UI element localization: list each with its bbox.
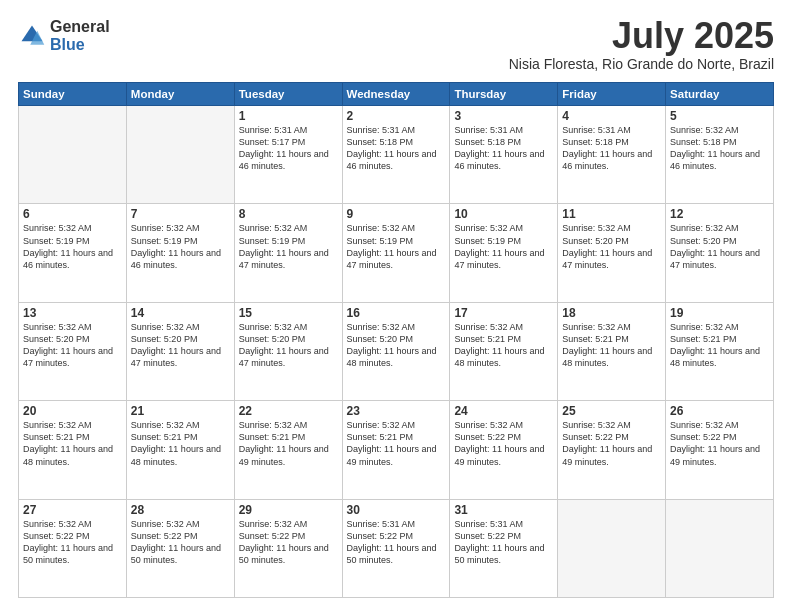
day-info: Sunrise: 5:32 AMSunset: 5:20 PMDaylight:… (347, 321, 446, 370)
day-info: Sunrise: 5:31 AMSunset: 5:22 PMDaylight:… (347, 518, 446, 567)
day-info: Sunrise: 5:32 AMSunset: 5:21 PMDaylight:… (562, 321, 661, 370)
calendar-cell: 12Sunrise: 5:32 AMSunset: 5:20 PMDayligh… (666, 204, 774, 302)
day-info: Sunrise: 5:32 AMSunset: 5:20 PMDaylight:… (562, 222, 661, 271)
calendar-body: 1Sunrise: 5:31 AMSunset: 5:17 PMDaylight… (19, 106, 774, 598)
day-number: 11 (562, 207, 661, 221)
calendar-cell: 27Sunrise: 5:32 AMSunset: 5:22 PMDayligh… (19, 499, 127, 597)
day-info: Sunrise: 5:32 AMSunset: 5:22 PMDaylight:… (562, 419, 661, 468)
day-info: Sunrise: 5:31 AMSunset: 5:18 PMDaylight:… (347, 124, 446, 173)
calendar-cell: 30Sunrise: 5:31 AMSunset: 5:22 PMDayligh… (342, 499, 450, 597)
weekday-header: Wednesday (342, 83, 450, 106)
day-info: Sunrise: 5:32 AMSunset: 5:21 PMDaylight:… (670, 321, 769, 370)
calendar-cell (126, 106, 234, 204)
calendar-week-row: 20Sunrise: 5:32 AMSunset: 5:21 PMDayligh… (19, 401, 774, 499)
day-info: Sunrise: 5:32 AMSunset: 5:18 PMDaylight:… (670, 124, 769, 173)
calendar-cell: 11Sunrise: 5:32 AMSunset: 5:20 PMDayligh… (558, 204, 666, 302)
day-number: 20 (23, 404, 122, 418)
day-number: 16 (347, 306, 446, 320)
day-number: 17 (454, 306, 553, 320)
day-info: Sunrise: 5:32 AMSunset: 5:21 PMDaylight:… (347, 419, 446, 468)
day-info: Sunrise: 5:32 AMSunset: 5:19 PMDaylight:… (131, 222, 230, 271)
day-number: 14 (131, 306, 230, 320)
day-info: Sunrise: 5:32 AMSunset: 5:22 PMDaylight:… (454, 419, 553, 468)
day-info: Sunrise: 5:32 AMSunset: 5:22 PMDaylight:… (23, 518, 122, 567)
day-number: 1 (239, 109, 338, 123)
calendar-cell: 20Sunrise: 5:32 AMSunset: 5:21 PMDayligh… (19, 401, 127, 499)
day-info: Sunrise: 5:32 AMSunset: 5:20 PMDaylight:… (131, 321, 230, 370)
day-info: Sunrise: 5:32 AMSunset: 5:22 PMDaylight:… (131, 518, 230, 567)
calendar-cell: 31Sunrise: 5:31 AMSunset: 5:22 PMDayligh… (450, 499, 558, 597)
day-number: 10 (454, 207, 553, 221)
calendar-cell: 10Sunrise: 5:32 AMSunset: 5:19 PMDayligh… (450, 204, 558, 302)
weekday-header: Monday (126, 83, 234, 106)
calendar-cell: 26Sunrise: 5:32 AMSunset: 5:22 PMDayligh… (666, 401, 774, 499)
day-info: Sunrise: 5:32 AMSunset: 5:22 PMDaylight:… (670, 419, 769, 468)
calendar-cell: 21Sunrise: 5:32 AMSunset: 5:21 PMDayligh… (126, 401, 234, 499)
weekday-header: Friday (558, 83, 666, 106)
day-number: 25 (562, 404, 661, 418)
calendar-cell: 25Sunrise: 5:32 AMSunset: 5:22 PMDayligh… (558, 401, 666, 499)
day-info: Sunrise: 5:31 AMSunset: 5:18 PMDaylight:… (562, 124, 661, 173)
calendar-cell: 9Sunrise: 5:32 AMSunset: 5:19 PMDaylight… (342, 204, 450, 302)
calendar-cell: 28Sunrise: 5:32 AMSunset: 5:22 PMDayligh… (126, 499, 234, 597)
calendar-week-row: 1Sunrise: 5:31 AMSunset: 5:17 PMDaylight… (19, 106, 774, 204)
day-number: 9 (347, 207, 446, 221)
calendar-cell (558, 499, 666, 597)
calendar-cell: 1Sunrise: 5:31 AMSunset: 5:17 PMDaylight… (234, 106, 342, 204)
day-number: 19 (670, 306, 769, 320)
day-info: Sunrise: 5:32 AMSunset: 5:22 PMDaylight:… (239, 518, 338, 567)
day-number: 24 (454, 404, 553, 418)
calendar-cell: 17Sunrise: 5:32 AMSunset: 5:21 PMDayligh… (450, 302, 558, 400)
day-number: 2 (347, 109, 446, 123)
logo-text: General Blue (50, 18, 110, 53)
day-info: Sunrise: 5:32 AMSunset: 5:21 PMDaylight:… (239, 419, 338, 468)
logo-icon (18, 22, 46, 50)
day-number: 29 (239, 503, 338, 517)
day-number: 5 (670, 109, 769, 123)
calendar-cell: 16Sunrise: 5:32 AMSunset: 5:20 PMDayligh… (342, 302, 450, 400)
logo: General Blue (18, 18, 110, 53)
day-info: Sunrise: 5:31 AMSunset: 5:17 PMDaylight:… (239, 124, 338, 173)
calendar-cell: 22Sunrise: 5:32 AMSunset: 5:21 PMDayligh… (234, 401, 342, 499)
day-info: Sunrise: 5:32 AMSunset: 5:20 PMDaylight:… (670, 222, 769, 271)
calendar-cell: 6Sunrise: 5:32 AMSunset: 5:19 PMDaylight… (19, 204, 127, 302)
calendar-week-row: 6Sunrise: 5:32 AMSunset: 5:19 PMDaylight… (19, 204, 774, 302)
day-number: 23 (347, 404, 446, 418)
day-info: Sunrise: 5:32 AMSunset: 5:20 PMDaylight:… (23, 321, 122, 370)
weekday-header: Thursday (450, 83, 558, 106)
day-info: Sunrise: 5:32 AMSunset: 5:19 PMDaylight:… (347, 222, 446, 271)
calendar-cell: 8Sunrise: 5:32 AMSunset: 5:19 PMDaylight… (234, 204, 342, 302)
location-title: Nisia Floresta, Rio Grande do Norte, Bra… (509, 56, 774, 72)
day-number: 7 (131, 207, 230, 221)
page: General Blue July 2025 Nisia Floresta, R… (0, 0, 792, 612)
calendar-week-row: 27Sunrise: 5:32 AMSunset: 5:22 PMDayligh… (19, 499, 774, 597)
month-title: July 2025 (509, 18, 774, 54)
day-info: Sunrise: 5:31 AMSunset: 5:22 PMDaylight:… (454, 518, 553, 567)
day-number: 4 (562, 109, 661, 123)
day-info: Sunrise: 5:32 AMSunset: 5:21 PMDaylight:… (131, 419, 230, 468)
day-number: 27 (23, 503, 122, 517)
day-info: Sunrise: 5:32 AMSunset: 5:19 PMDaylight:… (454, 222, 553, 271)
calendar-cell: 3Sunrise: 5:31 AMSunset: 5:18 PMDaylight… (450, 106, 558, 204)
day-info: Sunrise: 5:31 AMSunset: 5:18 PMDaylight:… (454, 124, 553, 173)
calendar-cell: 15Sunrise: 5:32 AMSunset: 5:20 PMDayligh… (234, 302, 342, 400)
day-number: 26 (670, 404, 769, 418)
day-number: 31 (454, 503, 553, 517)
day-number: 21 (131, 404, 230, 418)
calendar-week-row: 13Sunrise: 5:32 AMSunset: 5:20 PMDayligh… (19, 302, 774, 400)
calendar-cell (666, 499, 774, 597)
day-number: 3 (454, 109, 553, 123)
calendar-cell: 4Sunrise: 5:31 AMSunset: 5:18 PMDaylight… (558, 106, 666, 204)
header: General Blue July 2025 Nisia Floresta, R… (18, 18, 774, 72)
calendar-cell: 13Sunrise: 5:32 AMSunset: 5:20 PMDayligh… (19, 302, 127, 400)
calendar-cell: 14Sunrise: 5:32 AMSunset: 5:20 PMDayligh… (126, 302, 234, 400)
day-number: 8 (239, 207, 338, 221)
day-number: 15 (239, 306, 338, 320)
day-number: 22 (239, 404, 338, 418)
calendar-table: SundayMondayTuesdayWednesdayThursdayFrid… (18, 82, 774, 598)
calendar-cell: 18Sunrise: 5:32 AMSunset: 5:21 PMDayligh… (558, 302, 666, 400)
day-info: Sunrise: 5:32 AMSunset: 5:21 PMDaylight:… (23, 419, 122, 468)
day-info: Sunrise: 5:32 AMSunset: 5:19 PMDaylight:… (239, 222, 338, 271)
weekday-header: Saturday (666, 83, 774, 106)
calendar-cell: 23Sunrise: 5:32 AMSunset: 5:21 PMDayligh… (342, 401, 450, 499)
